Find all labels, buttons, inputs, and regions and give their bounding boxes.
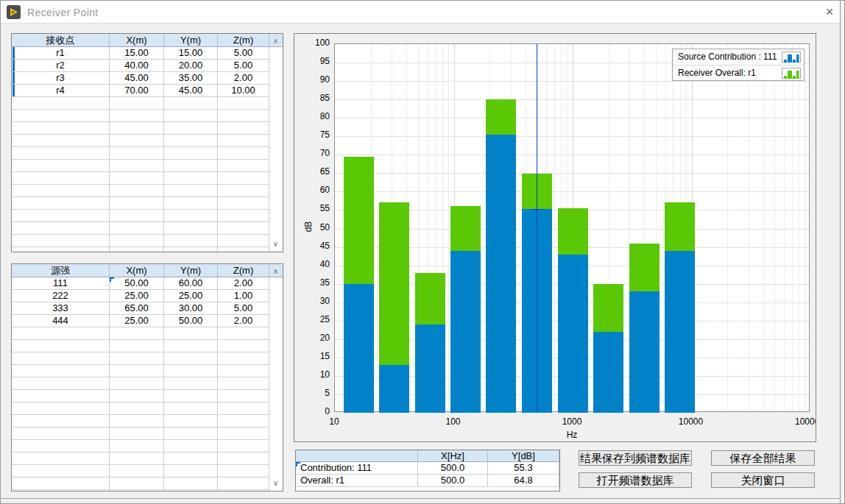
table-cell[interactable]: 25.00 xyxy=(164,290,218,302)
table-cell[interactable]: r3 xyxy=(12,72,110,84)
y-tick-label: 35 xyxy=(300,277,330,288)
close-icon[interactable]: × xyxy=(819,3,840,22)
receiver-row xyxy=(12,172,269,185)
window-right-strip xyxy=(841,1,845,504)
source-row xyxy=(12,490,269,491)
table-cell xyxy=(110,197,164,209)
table-cell[interactable]: 55.3 xyxy=(488,462,559,474)
table-cell[interactable]: 64.8 xyxy=(488,475,559,486)
source-row xyxy=(12,340,269,352)
table-cell[interactable]: r1 xyxy=(12,47,110,59)
receiver-row xyxy=(12,210,269,222)
source-row[interactable]: 11150.0060.002.00 xyxy=(12,277,269,290)
table-cell[interactable]: 444 xyxy=(12,315,110,327)
table-cell xyxy=(164,247,218,252)
table-cell[interactable]: 50.00 xyxy=(164,315,218,327)
chart-cursor-line[interactable] xyxy=(537,44,537,411)
table-cell[interactable]: 25.00 xyxy=(110,290,164,302)
scroll-down-icon[interactable]: ∨ xyxy=(270,478,281,489)
table-cell[interactable]: 30.00 xyxy=(164,302,218,314)
table-cell[interactable]: 40.00 xyxy=(110,60,164,71)
table-cell[interactable]: r4 xyxy=(12,85,110,96)
table-cell[interactable]: 15.00 xyxy=(164,47,218,59)
table-cell xyxy=(218,478,269,489)
table-cell[interactable]: 5.00 xyxy=(218,47,269,59)
open-spectrum-db-button[interactable]: 打开频谱数据库 xyxy=(579,472,692,488)
receiver-row[interactable]: r240.0020.005.00 xyxy=(12,60,269,72)
scroll-down-icon[interactable]: ∨ xyxy=(270,239,281,249)
table-cell[interactable]: 10.00 xyxy=(218,85,269,96)
receiver-row[interactable]: r345.0035.002.00 xyxy=(12,72,269,85)
table-cell[interactable]: 222 xyxy=(12,290,110,302)
gridline-h xyxy=(335,173,809,174)
source-strength-table: 源强X(m)Y(m)Z(m)11150.0060.002.0022225.002… xyxy=(11,263,283,491)
receiver-row[interactable]: r115.0015.005.00 xyxy=(12,47,269,60)
source-row[interactable]: 33365.0030.005.00 xyxy=(12,302,269,315)
table-cell[interactable]: 60.00 xyxy=(164,277,218,289)
table-cell[interactable]: 70.00 xyxy=(110,85,164,96)
table-cell xyxy=(218,390,269,402)
table-cell xyxy=(218,122,269,134)
table-cell[interactable]: 500.0 xyxy=(418,475,488,486)
table-cell xyxy=(110,365,164,377)
legend-item[interactable]: Source Contribution : 111 xyxy=(673,49,804,65)
source-row[interactable]: 44425.0050.002.00 xyxy=(12,315,269,327)
y-tick-label: 5 xyxy=(300,388,330,398)
table-cell[interactable]: 500.0 xyxy=(418,462,488,474)
close-window-button[interactable]: 关闭窗口 xyxy=(711,472,815,488)
scroll-up-icon[interactable]: ∧ xyxy=(270,36,281,46)
source-header-cell: Z(m) xyxy=(218,264,269,277)
row-selection-marker xyxy=(13,60,15,71)
chart-cursor-crosshair xyxy=(531,209,542,210)
table-cell[interactable]: Overall: r1 xyxy=(296,475,418,486)
cursor-readout-row[interactable]: Contribution: 111500.055.3 xyxy=(296,462,559,475)
table-cell xyxy=(12,172,110,184)
table-cell[interactable]: r2 xyxy=(12,60,110,71)
table-cell[interactable]: 45.00 xyxy=(164,85,218,96)
save-results-to-spectrum-db-button[interactable]: 结果保存到频谱数据库 xyxy=(579,450,692,466)
save-all-results-button[interactable]: 保存全部结果 xyxy=(711,450,815,466)
source-row[interactable]: 22225.0025.001.00 xyxy=(12,290,269,302)
bar-contribution xyxy=(379,365,409,413)
table-cell xyxy=(110,247,164,252)
legend-item[interactable]: Receiver Overall: r1 xyxy=(673,65,804,80)
table-cell xyxy=(164,452,218,464)
table-cell[interactable]: 25.00 xyxy=(110,315,164,327)
table-cell xyxy=(12,365,110,377)
window-bottom-border xyxy=(1,498,841,499)
receiver-row[interactable]: r470.0045.0010.00 xyxy=(12,85,269,97)
table-cell[interactable]: 20.00 xyxy=(164,60,218,71)
table-cell[interactable]: 111 xyxy=(12,277,110,289)
table-cell xyxy=(218,352,269,364)
table-cell xyxy=(218,327,269,339)
chart-legend[interactable]: Source Contribution : 111Receiver Overal… xyxy=(672,49,805,81)
table-cell[interactable]: Contribution: 111 xyxy=(296,462,418,474)
cursor-readout-row[interactable]: Overall: r1500.064.8 xyxy=(296,475,559,487)
source-row xyxy=(12,390,269,402)
gridline-h xyxy=(335,136,809,137)
y-tick-label: 60 xyxy=(300,185,330,195)
table-cell[interactable]: 15.00 xyxy=(110,47,164,59)
table-cell[interactable]: 2.00 xyxy=(218,315,269,327)
receiver-row xyxy=(12,222,269,235)
table-cell[interactable]: 5.00 xyxy=(218,302,269,314)
source-row xyxy=(12,478,269,490)
table-cell[interactable]: 5.00 xyxy=(218,60,269,71)
plot-area[interactable]: Source Contribution : 111Receiver Overal… xyxy=(334,43,810,412)
x-tick-label: 100 xyxy=(431,416,475,427)
table-cell xyxy=(110,402,164,414)
table-cell[interactable]: 2.00 xyxy=(218,277,269,289)
table-cell[interactable]: 333 xyxy=(12,302,110,314)
scroll-up-icon[interactable]: ∧ xyxy=(270,266,281,277)
table-cell[interactable]: 2.00 xyxy=(218,72,269,84)
table-cell[interactable]: 50.00 xyxy=(110,277,164,289)
source-header-cell: 源强 xyxy=(12,264,110,277)
table-cell[interactable]: 45.00 xyxy=(110,72,164,84)
table-cell[interactable]: 65.00 xyxy=(110,302,164,314)
receiver-header-row: 接收点X(m)Y(m)Z(m) xyxy=(12,34,283,47)
title-bar[interactable]: Receiver Point × xyxy=(1,1,840,24)
receiver-row xyxy=(12,160,269,172)
table-cell[interactable]: 1.00 xyxy=(218,290,269,302)
table-cell xyxy=(110,452,164,464)
table-cell[interactable]: 35.00 xyxy=(164,72,218,84)
